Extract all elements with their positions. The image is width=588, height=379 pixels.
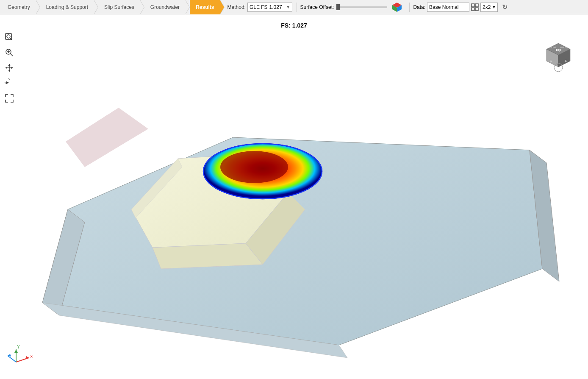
tab-slip-surfaces[interactable]: Slip Surfaces bbox=[98, 0, 140, 14]
3d-scene: X Y bbox=[0, 14, 588, 379]
svg-marker-22 bbox=[6, 81, 9, 84]
undo-button[interactable] bbox=[3, 77, 15, 89]
svg-rect-5 bbox=[472, 8, 474, 11]
svg-point-44 bbox=[220, 151, 288, 183]
zoom-fit-button[interactable] bbox=[3, 31, 15, 43]
grid-size-select[interactable]: 2x2 ▼ bbox=[480, 3, 498, 12]
svg-text:E: E bbox=[565, 59, 567, 62]
data-select[interactable]: Base Normal bbox=[427, 3, 469, 12]
slider-thumb bbox=[336, 4, 340, 10]
tab-geometry[interactable]: Geometry bbox=[3, 0, 36, 14]
tab-loading-support[interactable]: Loading & Support bbox=[40, 0, 94, 14]
svg-point-8 bbox=[7, 35, 10, 38]
method-select[interactable]: GLE FS 1.027 ▼ bbox=[247, 3, 292, 12]
svg-marker-21 bbox=[11, 67, 13, 69]
method-number: 1.027 bbox=[269, 4, 282, 10]
svg-rect-4 bbox=[475, 4, 478, 7]
svg-text:PRO-W: PRO-W bbox=[560, 46, 569, 49]
nav-cube[interactable]: Top S E FRONT PRO-W S bbox=[541, 40, 575, 74]
color-cube-icon[interactable] bbox=[391, 2, 402, 13]
svg-line-13 bbox=[11, 54, 13, 56]
svg-marker-45 bbox=[66, 108, 148, 167]
grid-dropdown-arrow: ▼ bbox=[492, 5, 496, 9]
svg-text:S: S bbox=[557, 63, 559, 67]
separator-2 bbox=[297, 3, 297, 12]
tab-results[interactable]: Results bbox=[190, 0, 220, 14]
method-dropdown-arrow: ▼ bbox=[286, 5, 290, 9]
data-value: Base Normal bbox=[429, 4, 458, 10]
refresh-button[interactable]: ↻ bbox=[499, 2, 510, 12]
svg-marker-18 bbox=[8, 64, 11, 66]
toolbar: Geometry Loading & Support Slip Surfaces… bbox=[0, 0, 588, 14]
svg-marker-50 bbox=[14, 349, 18, 353]
svg-text:FRONT: FRONT bbox=[549, 46, 557, 49]
grid-size-value: 2x2 bbox=[483, 4, 491, 10]
surface-offset-slider[interactable] bbox=[336, 6, 387, 8]
svg-marker-19 bbox=[8, 70, 11, 72]
pan-button[interactable] bbox=[3, 62, 15, 74]
tab-groundwater[interactable]: Groundwater bbox=[144, 0, 186, 14]
viewport: FS: 1.027 bbox=[0, 14, 588, 379]
grid-icon[interactable] bbox=[471, 3, 479, 11]
zoom-in-button[interactable] bbox=[3, 47, 15, 59]
svg-text:X: X bbox=[30, 354, 33, 359]
svg-text:Y: Y bbox=[17, 345, 20, 349]
surface-offset-label: Surface Offset: bbox=[300, 4, 334, 10]
svg-rect-6 bbox=[475, 8, 478, 11]
svg-text:S: S bbox=[550, 59, 552, 62]
svg-line-52 bbox=[8, 356, 16, 362]
left-toolbar bbox=[3, 31, 15, 104]
method-value: GLE FS bbox=[250, 4, 268, 10]
svg-marker-20 bbox=[6, 67, 7, 69]
fit-screen-button[interactable] bbox=[3, 92, 15, 104]
data-label: Data: bbox=[413, 4, 425, 10]
svg-rect-3 bbox=[472, 4, 474, 7]
separator-3 bbox=[409, 3, 410, 12]
method-label: Method: bbox=[227, 4, 246, 10]
svg-line-46 bbox=[16, 358, 29, 362]
svg-marker-39 bbox=[153, 243, 263, 269]
fs-label: FS: 1.027 bbox=[281, 22, 307, 29]
